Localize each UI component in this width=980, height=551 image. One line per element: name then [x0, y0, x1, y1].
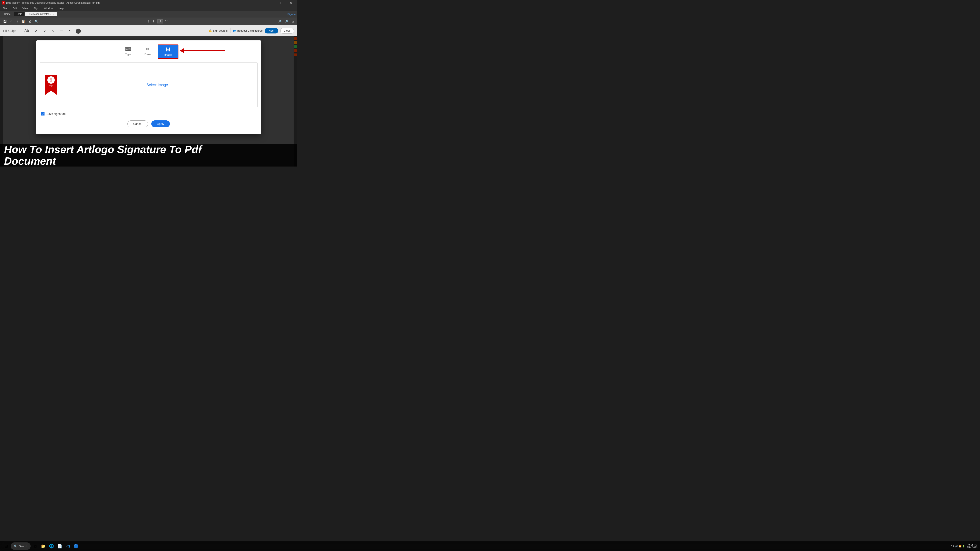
- tab-close-icon[interactable]: ✕: [52, 13, 54, 15]
- modal-tabs: ⌨ Type ✏ Draw 🖼 Image: [37, 40, 261, 59]
- copy-icon[interactable]: 📋: [21, 19, 26, 24]
- page-total: 1: [167, 20, 169, 23]
- minimize-button[interactable]: ─: [267, 0, 276, 6]
- sign-in-button[interactable]: Sign In: [288, 13, 296, 16]
- fill-check-tool[interactable]: ✓: [42, 28, 48, 34]
- toolbar-divider-2: [230, 29, 231, 33]
- tab-document-label: Blue Modern Profes...: [28, 13, 51, 16]
- sign-yourself-button[interactable]: ✍ Sign yourself: [208, 29, 228, 32]
- menu-window[interactable]: Window: [43, 6, 54, 10]
- title-bar-left: A Blue Modern Professional Business Comp…: [2, 1, 100, 5]
- fill-text-tool[interactable]: |Ab: [22, 28, 30, 34]
- save-signature-row: ✓ Save signature: [37, 111, 261, 117]
- draw-tab-label: Draw: [145, 52, 151, 56]
- modal-tab-draw[interactable]: ✏ Draw: [138, 44, 157, 59]
- title-bar-text: Blue Modern Professional Business Compan…: [6, 2, 100, 4]
- toolbar: 💾 ☆ ⬆ 📋 🖨 🔍 ℹ ⬇ / 1 🔎 🔎 ⊡: [0, 17, 297, 25]
- signature-modal: ⌨ Type ✏ Draw 🖼 Image: [37, 40, 261, 134]
- red-arrow-annotation: [180, 48, 225, 53]
- menu-bar: File Edit View Sign Window Help: [0, 6, 297, 11]
- fill-sign-bar: Fill & Sign |Ab ✕ ✓ ○ ─ • ⬤ ✍ Sign yours…: [0, 25, 297, 37]
- help-icon[interactable]: ℹ: [147, 19, 150, 24]
- toolbar-left: 💾 ☆ ⬆ 📋 🖨 🔍: [2, 19, 39, 24]
- bookmark-icon[interactable]: ☆: [9, 19, 13, 24]
- request-esig-label: Request E-signatures: [237, 29, 262, 32]
- fill-delete-tool[interactable]: ✕: [33, 28, 40, 34]
- acrobat-icon: A: [2, 1, 5, 5]
- search-icon[interactable]: 🔍: [34, 19, 39, 24]
- pdf-bookmark: Sign: [45, 75, 57, 95]
- check-icon: ✓: [43, 29, 46, 33]
- request-esig-icon: 👥: [232, 29, 236, 32]
- draw-tab-icon: ✏: [146, 46, 150, 52]
- tab-document[interactable]: Blue Modern Profes... ✕: [25, 12, 57, 16]
- type-tab-icon: ⌨: [125, 46, 132, 52]
- page-number-input[interactable]: [158, 19, 163, 24]
- pdf-sign-icon: Sign: [45, 75, 57, 95]
- upload-icon[interactable]: ⬆: [15, 19, 19, 24]
- tab-right: Sign In: [288, 13, 296, 16]
- fill-circle-tool[interactable]: ○: [51, 28, 56, 34]
- modal-content: Sign Select Image: [40, 62, 258, 107]
- cancel-button[interactable]: Cancel: [127, 121, 148, 127]
- pdf-sign-text: Sign: [49, 84, 53, 87]
- x-icon: ✕: [35, 29, 38, 33]
- dot-icon: •: [68, 29, 70, 33]
- tab-tools[interactable]: Tools: [14, 12, 24, 16]
- menu-help[interactable]: Help: [57, 6, 65, 10]
- tab-bar: Home Tools Blue Modern Profes... ✕ Sign …: [0, 11, 297, 17]
- image-tab-icon: 🖼: [166, 47, 170, 52]
- menu-edit[interactable]: Edit: [11, 6, 18, 10]
- close-bar-button[interactable]: Close: [280, 28, 294, 34]
- save-signature-checkbox[interactable]: ✓: [41, 112, 45, 116]
- print-icon[interactable]: 🖨: [27, 19, 32, 24]
- sign-yourself-icon: ✍: [208, 29, 212, 32]
- fill-line-tool[interactable]: ─: [59, 28, 65, 34]
- modal-footer: Cancel Apply: [37, 117, 261, 130]
- circle-icon: ○: [52, 29, 54, 33]
- title-bar-controls: ─ □ ✕: [267, 0, 296, 6]
- close-button[interactable]: ✕: [286, 0, 296, 6]
- menu-file[interactable]: File: [2, 6, 8, 10]
- toolbar-center: ℹ ⬇ / 1: [147, 19, 169, 24]
- zoom-out-icon[interactable]: 🔎: [277, 19, 282, 24]
- save-signature-label: Save signature: [46, 112, 65, 116]
- fill-dot-tool[interactable]: •: [67, 28, 71, 34]
- modal-tab-image[interactable]: 🖼 Image: [158, 44, 178, 59]
- arrow-head: [180, 48, 184, 53]
- bold-dot-icon: ⬤: [76, 28, 81, 34]
- maximize-button[interactable]: □: [277, 0, 286, 6]
- fill-sign-label: Fill & Sign: [3, 29, 16, 32]
- title-bar: A Blue Modern Professional Business Comp…: [0, 0, 297, 6]
- next-button[interactable]: Next: [265, 28, 278, 33]
- bottom-line2: Document: [4, 155, 56, 167]
- fill-bold-dot-tool[interactable]: ⬤: [74, 27, 83, 35]
- apply-button[interactable]: Apply: [151, 121, 170, 127]
- type-tab-label: Type: [126, 52, 131, 56]
- modal-tab-type[interactable]: ⌨ Type: [119, 44, 138, 59]
- tab-home-label: Home: [4, 13, 11, 16]
- request-esignatures-button[interactable]: 👥 Request E-signatures: [232, 29, 262, 32]
- text-cursor-icon: |Ab: [24, 29, 29, 33]
- page-separator: /: [165, 20, 165, 23]
- arrow-line: [184, 50, 225, 51]
- fit-page-icon[interactable]: ⊡: [291, 19, 295, 24]
- bottom-text-overlay: How To Insert Artlogo Signature To Pdf D…: [0, 144, 297, 167]
- line-icon: ─: [60, 29, 63, 33]
- select-image-link[interactable]: Select Image: [146, 83, 168, 87]
- pdf-acrobat-graphic: [48, 76, 55, 84]
- bottom-title: How To Insert Artlogo Signature To Pdf D…: [4, 144, 293, 167]
- tab-home[interactable]: Home: [2, 12, 13, 16]
- zoom-in-icon[interactable]: 🔎: [284, 19, 289, 24]
- save-icon[interactable]: 💾: [2, 19, 8, 24]
- image-tab-label: Image: [164, 53, 172, 56]
- menu-view[interactable]: View: [21, 6, 29, 10]
- download-icon[interactable]: ⬇: [152, 19, 156, 24]
- bottom-line1: How To Insert Artlogo Signature To Pdf: [4, 143, 202, 155]
- fill-sign-right: ✍ Sign yourself 👥 Request E-signatures N…: [208, 28, 294, 34]
- tab-tools-label: Tools: [16, 13, 22, 16]
- menu-sign[interactable]: Sign: [32, 6, 40, 10]
- select-image-area: Select Image: [62, 83, 252, 87]
- toolbar-right: 🔎 🔎 ⊡: [277, 19, 295, 24]
- sign-yourself-label: Sign yourself: [213, 29, 228, 32]
